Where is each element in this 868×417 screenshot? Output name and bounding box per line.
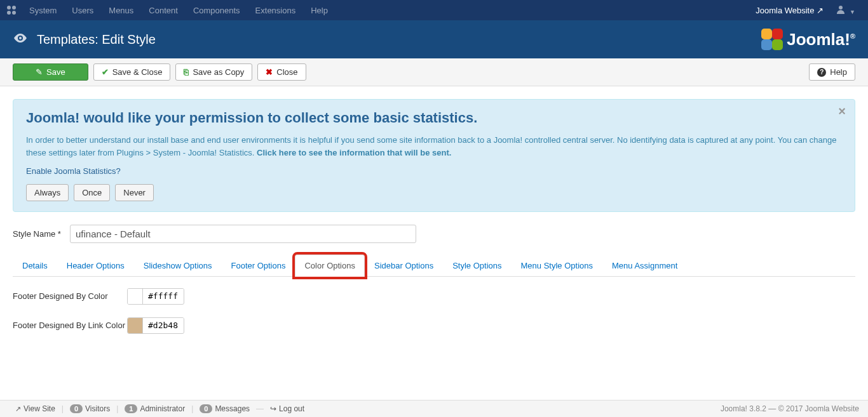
menu-users[interactable]: Users <box>64 0 101 20</box>
footer-designed-by-color-row: Footer Designed By Color <box>13 288 855 305</box>
eye-icon <box>13 30 28 49</box>
alert-body-link[interactable]: Click here to see the information that w… <box>257 148 451 157</box>
joomla-logo-text: Joomla!® <box>787 30 855 50</box>
question-icon: ? <box>817 68 826 77</box>
menu-help[interactable]: Help <box>303 0 336 20</box>
joomla-logo-icon <box>761 29 783 50</box>
menu-components[interactable]: Components <box>186 0 248 20</box>
alert-enable-link[interactable]: Enable Joomla Statistics? <box>26 165 842 178</box>
site-link-label: Joomla Website <box>756 6 814 15</box>
alert-heading: Joomla! would like your permission to co… <box>26 110 842 126</box>
logout-link[interactable]: Log out <box>264 404 311 413</box>
style-name-label: Style Name * <box>13 229 70 239</box>
visitors-link[interactable]: 0 Visitors <box>64 404 116 413</box>
tab-sidebar-options[interactable]: Sidebar Options <box>365 255 443 277</box>
footer-version: Joomla! 3.8.2 — © 2017 Joomla Website <box>721 404 859 413</box>
view-site-link[interactable]: View Site <box>9 404 62 413</box>
copy-icon: ⎘ <box>184 67 189 77</box>
tabs: Details Header Options Slideshow Options… <box>13 255 855 277</box>
stats-never-button[interactable]: Never <box>115 184 154 201</box>
page-title: Templates: Edit Style <box>37 32 156 47</box>
save-icon: ✎ <box>36 67 43 77</box>
alert-body: In order to better understand our instal… <box>26 134 842 159</box>
user-menu[interactable]: ▼ <box>830 5 862 16</box>
content-area: × Joomla! would like your permission to … <box>0 86 868 359</box>
save-close-button[interactable]: ✔ Save & Close <box>93 63 171 81</box>
stats-alert: × Joomla! would like your permission to … <box>13 99 855 212</box>
visitors-badge: 0 <box>70 404 83 413</box>
svg-point-1 <box>12 6 16 10</box>
tab-menu-style-options[interactable]: Menu Style Options <box>512 255 602 277</box>
tab-header-options[interactable]: Header Options <box>57 255 134 277</box>
external-link-icon: ↗ <box>817 6 824 15</box>
stats-always-button[interactable]: Always <box>26 184 69 201</box>
top-menu: System Users Menus Content Components Ex… <box>0 0 868 20</box>
joomla-logo: Joomla!® <box>761 29 855 50</box>
style-name-row: Style Name * <box>13 225 855 243</box>
alert-close-icon[interactable]: × <box>838 105 846 117</box>
messages-link[interactable]: 0 Messages <box>193 404 256 413</box>
admin-link[interactable]: 1 Administrator <box>118 404 191 413</box>
color-swatch[interactable] <box>128 318 143 333</box>
check-icon: ✔ <box>102 67 109 77</box>
footer-designed-by-color-input[interactable] <box>127 288 184 305</box>
menu-menus[interactable]: Menus <box>101 0 141 20</box>
style-name-input[interactable] <box>70 225 416 243</box>
chevron-down-icon: ▼ <box>850 9 855 15</box>
save-copy-button[interactable]: ⎘ Save as Copy <box>175 63 252 81</box>
color-swatch[interactable] <box>128 289 143 304</box>
footer-designed-by-link-color-row: Footer Designed By Link Color <box>13 317 855 334</box>
tab-slideshow-options[interactable]: Slideshow Options <box>134 255 222 277</box>
tab-menu-assignment[interactable]: Menu Assignment <box>602 255 687 277</box>
menu-extensions[interactable]: Extensions <box>248 0 304 20</box>
svg-point-2 <box>7 11 11 15</box>
svg-point-0 <box>7 6 11 10</box>
toolbar: ✎ Save ✔ Save & Close ⎘ Save as Copy ✖ C… <box>0 58 868 86</box>
external-link-icon <box>15 404 21 413</box>
admin-badge: 1 <box>125 404 137 413</box>
joomla-icon <box>6 5 17 15</box>
close-icon: ✖ <box>266 67 273 77</box>
footer-designed-by-link-color-label: Footer Designed By Link Color <box>13 317 127 330</box>
messages-badge: 0 <box>200 404 212 413</box>
stats-once-button[interactable]: Once <box>74 184 110 201</box>
help-button[interactable]: ? Help <box>809 63 855 81</box>
footer-designed-by-link-color-input[interactable] <box>127 317 184 334</box>
site-link[interactable]: Joomla Website ↗ <box>749 6 830 15</box>
menu-system[interactable]: System <box>22 0 64 20</box>
svg-point-3 <box>12 11 16 15</box>
tab-footer-options[interactable]: Footer Options <box>221 255 295 277</box>
save-button[interactable]: ✎ Save <box>13 63 88 81</box>
tab-style-options[interactable]: Style Options <box>443 255 511 277</box>
logout-icon <box>270 404 276 413</box>
color-text-input[interactable] <box>143 289 184 303</box>
color-text-input[interactable] <box>143 318 184 333</box>
menu-content[interactable]: Content <box>141 0 186 20</box>
footer-designed-by-color-label: Footer Designed By Color <box>13 288 127 301</box>
tab-color-options[interactable]: Color Options <box>295 255 364 277</box>
svg-point-5 <box>19 37 22 39</box>
admin-footer: View Site | 0 Visitors | 1 Administrator… <box>0 400 868 417</box>
tab-details[interactable]: Details <box>13 255 57 277</box>
svg-point-4 <box>839 6 843 10</box>
close-button[interactable]: ✖ Close <box>257 63 306 81</box>
header-bar: Templates: Edit Style Joomla!® <box>0 20 868 58</box>
